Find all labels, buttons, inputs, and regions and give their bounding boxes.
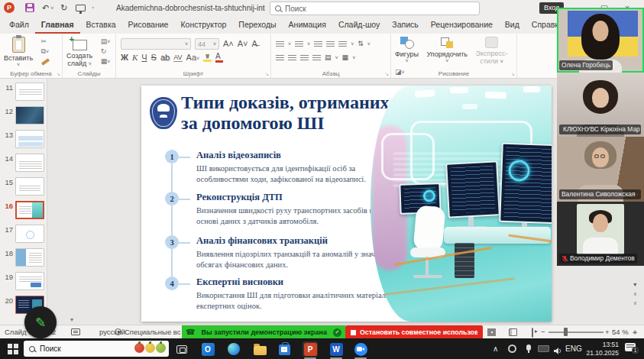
highlight-color-button[interactable] xyxy=(203,54,212,62)
stop-sharing-button[interactable]: Остановить совместное использование xyxy=(345,325,483,339)
undo-dropdown-icon[interactable]: ˅ xyxy=(50,5,53,11)
step-heading[interactable]: Аналіз фінансових транзакцій xyxy=(196,235,401,247)
decrease-indent-icon[interactable] xyxy=(314,41,322,47)
undo-icon[interactable]: ↶ xyxy=(42,4,49,12)
tray-expand-icon[interactable]: ∧ xyxy=(493,344,498,353)
annotation-pen-button[interactable]: ✎ xyxy=(24,306,57,338)
slide-canvas[interactable]: Типи доказів, отриманих за допомогою ШІ … xyxy=(141,86,552,322)
bold-button[interactable]: Ж xyxy=(121,53,128,62)
tab-review[interactable]: Рецензирование xyxy=(425,17,499,34)
slide-illustration[interactable] xyxy=(371,86,552,322)
tab-home[interactable]: Главная xyxy=(35,17,80,34)
redo-icon[interactable]: ↻ xyxy=(60,4,67,12)
task-view-button[interactable] xyxy=(174,341,189,357)
smartart-convert-icon[interactable]: ▦ xyxy=(342,54,349,61)
slide-step-4[interactable]: 4 Експертні висновки Використання ШІ для… xyxy=(165,277,401,312)
grow-font-icon[interactable]: A˄ xyxy=(223,40,234,48)
zoom-level[interactable]: 54 % xyxy=(612,328,629,336)
thumbnail-slide-11[interactable]: 11 xyxy=(0,82,47,105)
normal-view-button[interactable] xyxy=(509,328,517,336)
thumbnail-slide-17[interactable]: 17 xyxy=(0,225,47,247)
grid-view-button[interactable] xyxy=(487,328,496,336)
thumbnail-slide-12[interactable]: 12 xyxy=(0,106,47,129)
participant-tile-2[interactable]: КЛЮХНУВС Кірюхіна Мар xyxy=(557,73,644,137)
tab-insert[interactable]: Вставка xyxy=(80,17,122,34)
notification-center-button[interactable]: 1 xyxy=(625,343,636,351)
tab-transitions[interactable]: Переходы xyxy=(232,17,282,34)
section-icon[interactable]: ▦˅ xyxy=(101,57,111,65)
slide-step-3[interactable]: 3 Аналіз фінансових транзакцій Виявлення… xyxy=(165,235,401,270)
clear-formatting-icon[interactable]: A̶ xyxy=(252,40,257,48)
tray-device-icon[interactable] xyxy=(538,345,549,352)
align-left-icon[interactable] xyxy=(276,55,284,61)
previous-slide-icon[interactable]: « xyxy=(632,293,638,296)
shapes-button[interactable]: Фигуры ˅ xyxy=(393,36,421,65)
participant-tile-1[interactable]: Олена Горобець xyxy=(557,8,644,73)
thumbnail-slide-18[interactable]: 18 xyxy=(0,248,47,271)
quick-styles-button[interactable]: Экспресс- стили ˅ xyxy=(474,36,510,66)
scroll-down-icon[interactable]: ▾ xyxy=(633,282,636,288)
font-name-combobox[interactable]: ˅ xyxy=(121,38,191,50)
thumbnail-slide-19[interactable]: 19 xyxy=(0,272,47,295)
step-body[interactable]: ШІ використовується для ідентифікації ос… xyxy=(196,163,401,185)
underline-button[interactable]: Ч xyxy=(141,53,147,62)
italic-button[interactable]: К xyxy=(132,53,138,62)
accessibility-label[interactable]: Специальные возм xyxy=(125,328,180,336)
store-button[interactable] xyxy=(277,341,292,357)
fit-to-window-button[interactable]: ⌖ xyxy=(633,328,637,338)
increase-indent-icon[interactable] xyxy=(326,41,335,47)
outlook-button[interactable]: O xyxy=(200,341,215,357)
keyboard-language[interactable]: ENG xyxy=(565,344,582,353)
step-body[interactable]: Використання ШІ для підготовки аналітичн… xyxy=(196,290,401,312)
shrink-font-icon[interactable]: A˅ xyxy=(238,40,248,48)
accessibility-icon[interactable] xyxy=(115,328,121,335)
thumbnail-slide-16-selected[interactable]: 16 xyxy=(0,201,47,224)
copy-icon[interactable]: ⧉˅ xyxy=(41,47,50,56)
tab-draw[interactable]: Рисование xyxy=(122,17,175,34)
clipboard-dialog-launcher[interactable]: ↘ xyxy=(57,71,60,76)
new-slide-button[interactable]: Создать слайд ˅ xyxy=(64,36,95,69)
zoom-out-button[interactable]: − xyxy=(541,328,545,336)
change-case-button[interactable]: Aa˅ xyxy=(186,53,200,62)
participant-tile-3[interactable]: Валентина Сиволожская xyxy=(557,137,644,202)
arrange-button[interactable]: Упорядочить ˅ xyxy=(424,36,470,65)
text-direction-icon[interactable]: ⇅ xyxy=(358,40,364,47)
text-shadow-button[interactable]: ab xyxy=(160,53,170,62)
font-dialog-launcher[interactable]: ↘ xyxy=(265,71,269,76)
slideshow-view-button[interactable] xyxy=(532,328,533,338)
bullets-icon[interactable] xyxy=(276,41,284,47)
slide-step-1[interactable]: 1 Аналіз відеозаписів ШІ використовуєтьс… xyxy=(165,150,401,185)
tab-slideshow[interactable]: Слайд-шоу xyxy=(332,17,386,34)
slide-layout-icon[interactable]: ▤˅ xyxy=(101,37,111,45)
notes-icon[interactable] xyxy=(71,328,80,335)
qat-customize-icon[interactable]: ⹀ xyxy=(92,5,94,11)
font-size-combobox[interactable]: 44˅ xyxy=(195,38,219,50)
zoom-slider-track[interactable] xyxy=(549,332,604,333)
font-color-button[interactable]: А xyxy=(215,53,221,63)
align-right-icon[interactable] xyxy=(300,55,309,61)
file-explorer-button[interactable] xyxy=(252,341,267,357)
justify-icon[interactable] xyxy=(312,55,321,61)
powerpoint-taskbar-button[interactable]: P xyxy=(303,341,318,357)
clock[interactable]: 13:51 21.10.2025 xyxy=(581,341,619,357)
format-painter-icon[interactable] xyxy=(40,58,49,66)
character-spacing-button[interactable]: AV xyxy=(173,54,182,62)
university-logo[interactable] xyxy=(150,97,177,129)
start-button[interactable] xyxy=(8,344,18,354)
taskbar-search-input[interactable]: Поиск xyxy=(24,341,169,357)
numbering-icon[interactable] xyxy=(295,41,303,47)
align-center-icon[interactable] xyxy=(288,55,296,61)
step-heading[interactable]: Експертні висновки xyxy=(196,277,401,288)
tray-app-icon[interactable] xyxy=(508,344,516,353)
slide-step-2[interactable]: 2 Реконструкція ДТП Визначення швидкості… xyxy=(165,192,401,227)
tab-design[interactable]: Конструктор xyxy=(174,17,232,34)
tray-volume-icon[interactable] xyxy=(550,343,565,358)
cut-icon[interactable]: ✂ xyxy=(41,37,50,45)
tab-record[interactable]: Запись xyxy=(386,17,424,34)
start-slideshow-icon[interactable] xyxy=(76,5,86,11)
thumbnail-slide-13[interactable]: 13 xyxy=(0,130,47,153)
save-icon[interactable] xyxy=(25,3,34,12)
tab-animations[interactable]: Анимация xyxy=(283,17,332,34)
thumbnail-slide-14[interactable]: 14 xyxy=(0,154,47,176)
paste-button[interactable]: Вставить ˅ xyxy=(2,36,35,69)
